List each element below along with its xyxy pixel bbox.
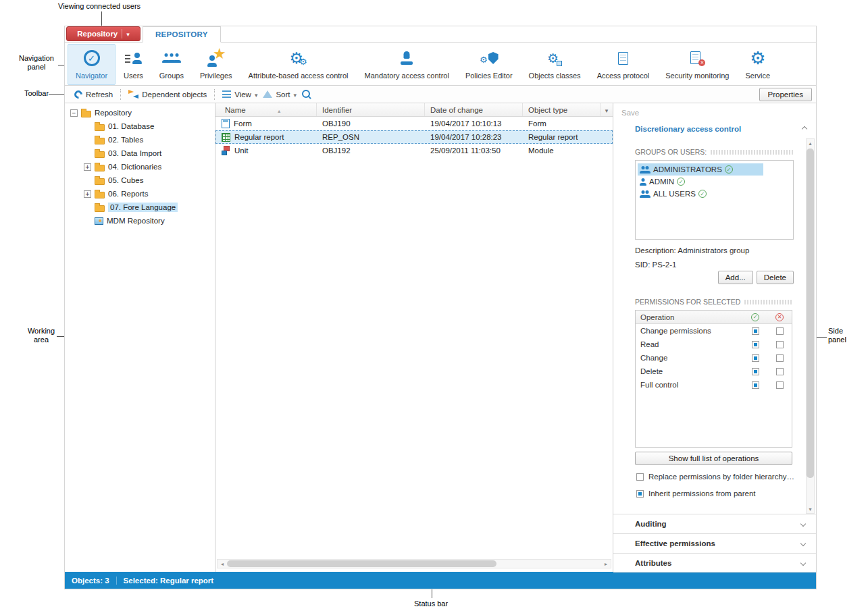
inherit-permissions-checkbox-checked[interactable] — [636, 490, 644, 498]
scrollbar-thumb[interactable] — [807, 149, 814, 478]
ribbon-item-access-protocol[interactable]: Access protocol — [589, 44, 658, 85]
deny-checkbox[interactable] — [776, 327, 784, 335]
column-menu-button[interactable] — [601, 103, 613, 116]
tree-item-data-import[interactable]: 03. Data Import — [65, 146, 215, 160]
column-header-object-type[interactable]: Object type — [523, 103, 601, 116]
tree-item-repository[interactable]: Repository — [65, 106, 215, 119]
ribbon-item-security-monitoring[interactable]: Security monitoring — [657, 44, 737, 85]
ribbon-label: Access protocol — [597, 72, 650, 80]
deny-checkbox[interactable] — [776, 381, 784, 389]
tree-item-mdm-repository[interactable]: MDM Repository — [65, 214, 215, 228]
allow-column-icon — [751, 313, 759, 321]
table-row-form[interactable]: Form OBJ190 19/04/2017 10:10:13 Form — [215, 117, 613, 130]
toolbar-divider — [120, 89, 121, 100]
chevron-up-icon — [802, 126, 807, 132]
inherit-permissions-checkbox-row[interactable]: Inherit permissions from parent — [636, 489, 756, 498]
working-area: Name Identifier Date of change Object ty… — [215, 103, 613, 572]
vertical-scrollbar[interactable]: ▴ ▾ — [806, 138, 815, 514]
section-auditing[interactable]: Auditing — [613, 514, 816, 533]
ribbon: Navigator Users Groups ★ Privileges ⚙⚙ A… — [65, 43, 816, 86]
section-discretionary-access-control[interactable]: Discretionary access control — [635, 125, 807, 133]
ribbon-item-privileges[interactable]: ★ Privileges — [192, 44, 240, 85]
scroll-right-arrow[interactable]: ▸ — [601, 560, 611, 568]
mac-icon — [400, 48, 413, 68]
expand-icon[interactable] — [84, 190, 91, 198]
group-item-administrators[interactable]: ADMINISTRATORS — [638, 163, 763, 176]
group-item-admin[interactable]: ADMIN — [638, 176, 763, 188]
deny-checkbox[interactable] — [776, 341, 784, 348]
search-button[interactable] — [299, 88, 314, 101]
toolbar-divider — [214, 89, 215, 100]
tree-item-reports[interactable]: 06. Reports — [65, 187, 215, 201]
section-attributes[interactable]: Attributes — [613, 553, 816, 572]
allow-icon — [698, 190, 707, 198]
allow-checkbox-checked[interactable] — [752, 354, 759, 362]
tree-item-label: 02. Tables — [108, 136, 143, 144]
properties-button[interactable]: Properties — [759, 88, 812, 101]
cell-type: Module — [523, 146, 613, 155]
table-row-unit[interactable]: Unit OBJ192 25/09/2011 11:03:50 Module — [215, 144, 613, 157]
column-header-date-of-change[interactable]: Date of change — [425, 103, 523, 116]
permission-label: Read — [640, 340, 743, 348]
ribbon-item-navigator[interactable]: Navigator — [68, 44, 116, 85]
ribbon-item-objects-classes[interactable]: ⚙ Objects classes — [521, 44, 589, 85]
allow-checkbox-checked[interactable] — [752, 381, 759, 389]
save-button-disabled[interactable]: Save — [621, 109, 639, 117]
allow-checkbox-checked[interactable] — [752, 327, 759, 335]
column-header-identifier[interactable]: Identifier — [317, 103, 425, 116]
scrollbar-track[interactable] — [807, 147, 814, 505]
scrollbar-track[interactable] — [227, 560, 601, 568]
scroll-down-arrow[interactable]: ▾ — [806, 505, 815, 513]
table-row-regular-report-selected[interactable]: Regular report REP_OSN 19/04/2017 10:28:… — [215, 130, 613, 144]
tree-item-tables[interactable]: 02. Tables — [65, 133, 215, 146]
column-header-name[interactable]: Name — [215, 103, 317, 116]
permission-row-delete: Delete — [636, 365, 792, 378]
group-item-all-users[interactable]: ALL USERS — [638, 188, 763, 200]
deny-checkbox[interactable] — [776, 368, 784, 375]
ribbon-item-service[interactable]: ⚙ Service — [737, 44, 778, 85]
tree-item-dictionaries[interactable]: 04. Dictionaries — [65, 160, 215, 174]
callout-working-area: Working area — [26, 327, 57, 344]
delete-button[interactable]: Delete — [757, 271, 794, 284]
show-full-list-button[interactable]: Show full list of operations — [635, 452, 792, 465]
expand-icon[interactable] — [84, 163, 91, 171]
deny-checkbox[interactable] — [776, 354, 784, 362]
permission-label: Change permissions — [640, 327, 743, 335]
group-buttons: Add... Delete — [635, 271, 794, 284]
tree-item-fore-language[interactable]: 07. Fore Language — [65, 201, 215, 214]
ribbon-item-mandatory-access-control[interactable]: Mandatory access control — [357, 44, 457, 85]
ribbon-item-groups[interactable]: Groups — [151, 44, 192, 85]
section-effective-permissions[interactable]: Effective permissions — [613, 533, 816, 553]
allow-checkbox-checked[interactable] — [752, 341, 759, 348]
screenshot-root: Viewing connected users Navigation panel… — [0, 0, 868, 613]
tree-item-cubes[interactable]: 05. Cubes — [65, 174, 215, 187]
ribbon-item-policies-editor[interactable]: ⚙ Policies Editor — [457, 44, 521, 85]
tree-item-database[interactable]: 01. Database — [65, 119, 215, 133]
allow-checkbox-checked[interactable] — [752, 368, 759, 375]
view-dropdown[interactable]: View — [220, 89, 260, 100]
tree-item-label: 05. Cubes — [108, 176, 143, 184]
tab-repository[interactable]: REPOSITORY — [143, 26, 221, 43]
tree-item-label: MDM Repository — [107, 217, 165, 225]
ribbon-label: Users — [124, 72, 143, 80]
sort-dropdown[interactable]: Sort — [260, 89, 299, 100]
ribbon-item-attribute-based-access-control[interactable]: ⚙⚙ Attribute-based access control — [240, 44, 357, 85]
dependent-objects-icon — [128, 90, 138, 99]
collapse-icon[interactable] — [70, 109, 78, 117]
ribbon-item-users[interactable]: Users — [116, 44, 151, 85]
horizontal-scrollbar[interactable]: ◂ ▸ — [217, 559, 611, 568]
repository-menu-button[interactable]: Repository — [66, 26, 141, 41]
chevron-down-icon — [255, 90, 258, 99]
permission-row-full-control: Full control — [636, 378, 792, 392]
add-button[interactable]: Add... — [718, 271, 753, 284]
replace-permissions-checkbox[interactable] — [636, 473, 644, 481]
dependent-objects-button[interactable]: Dependent objects — [126, 88, 209, 100]
refresh-button[interactable]: Refresh — [72, 89, 116, 100]
scroll-left-arrow[interactable]: ◂ — [218, 560, 227, 568]
replace-permissions-label: Replace permissions by folder hierarchy… — [648, 473, 794, 481]
ribbon-label: Navigator — [76, 72, 107, 80]
scrollbar-thumb[interactable] — [227, 560, 496, 567]
replace-permissions-checkbox-row[interactable]: Replace permissions by folder hierarchy… — [636, 473, 794, 481]
scroll-up-arrow[interactable]: ▴ — [806, 139, 815, 147]
callout-viewing-connected-users: Viewing connected users — [58, 2, 141, 11]
